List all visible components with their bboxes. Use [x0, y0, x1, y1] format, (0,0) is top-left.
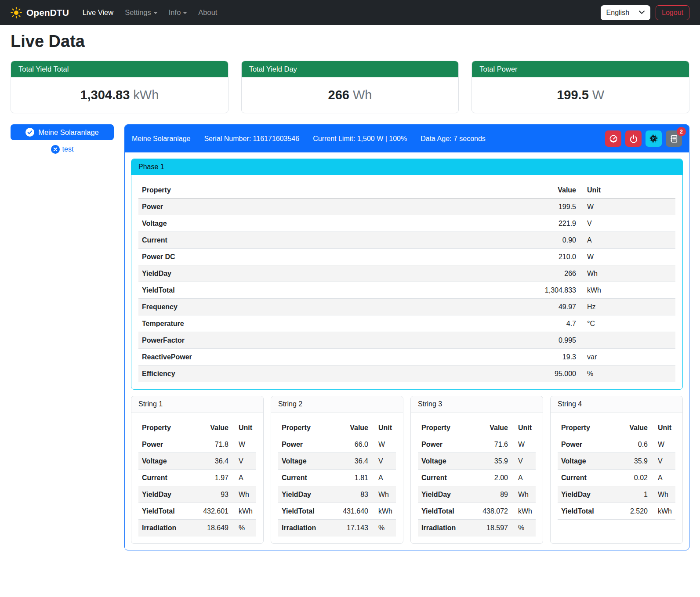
device-info-button[interactable]	[646, 130, 662, 147]
event-log-button[interactable]: 2	[666, 130, 682, 147]
property-cell: Frequency	[138, 299, 527, 315]
table-row: YieldDay89Wh	[418, 486, 536, 503]
unit-cell: W	[372, 436, 396, 453]
value-cell: 1.81	[330, 470, 372, 486]
inverter-panel: Meine Solaranlage Serial Number: 1161716…	[124, 124, 689, 550]
property-cell: PowerFactor	[138, 332, 527, 349]
string-card-title: String 2	[271, 396, 403, 412]
value-cell: 266	[527, 265, 580, 282]
unit-cell: A	[232, 470, 256, 486]
string-card-title: String 1	[131, 396, 263, 412]
table-row: Irradiation18.649%	[138, 520, 256, 536]
unit-cell: °C	[580, 315, 675, 332]
property-cell: Voltage	[558, 453, 615, 470]
property-cell: Power	[278, 436, 330, 453]
table-row: YieldDay266Wh	[138, 265, 675, 282]
value-cell: 1	[615, 486, 651, 503]
table-row: Current2.00A	[418, 470, 536, 486]
sidebar-item-test[interactable]: test	[51, 145, 74, 154]
speedometer-icon	[609, 134, 618, 143]
unit-cell: Wh	[580, 265, 675, 282]
table-row: Voltage36.4V	[138, 453, 256, 470]
unit-cell: kWh	[372, 503, 396, 520]
table-row: Power199.5W	[138, 199, 675, 215]
nav-item-about[interactable]: About	[192, 5, 223, 20]
value-cell: 93	[191, 486, 232, 503]
value-cell: 95.000	[527, 365, 580, 382]
navbar: OpenDTU Live View Settings Info About En…	[0, 0, 700, 25]
property-cell: YieldDay	[138, 486, 191, 503]
language-selected-value: English	[606, 9, 629, 17]
inverter-panel-body: Phase 1 Property Value Unit	[125, 152, 689, 550]
sidebar-item-meine-solaranlage[interactable]: Meine Solaranlage	[11, 124, 114, 140]
unit-cell: W	[580, 199, 675, 215]
page-title: Live Data	[11, 32, 689, 51]
value-cell: 432.601	[191, 503, 232, 520]
table-row: Irradiation18.597%	[418, 520, 536, 536]
value-cell: 66.0	[330, 436, 372, 453]
value-cell: 71.6	[470, 436, 511, 453]
property-cell: YieldTotal	[278, 503, 330, 520]
summary-unit: W	[592, 88, 604, 102]
string-card-2: String 2 Property Value Unit	[271, 396, 403, 544]
property-cell: YieldTotal	[138, 282, 527, 299]
unit-cell: A	[580, 232, 675, 249]
table-row: Voltage35.9V	[558, 453, 675, 470]
brand[interactable]: OpenDTU	[11, 7, 69, 18]
unit-cell: Wh	[372, 486, 396, 503]
table-row: Power71.8W	[138, 436, 256, 453]
property-cell: Power	[138, 199, 527, 215]
limit-settings-button[interactable]	[605, 130, 621, 147]
inverter-panel-header: Meine Solaranlage Serial Number: 1161716…	[125, 125, 689, 152]
summary-card-title: Total Yield Day	[242, 61, 459, 77]
sidebar-item-label: Meine Solaranlage	[38, 128, 99, 137]
unit-cell: kWh	[511, 503, 536, 520]
value-cell: 0.02	[615, 470, 651, 486]
table-row: Current1.81A	[278, 470, 396, 486]
unit-cell: W	[511, 436, 536, 453]
unit-cell: Hz	[580, 299, 675, 315]
value-cell: 71.8	[191, 436, 232, 453]
table-row: YieldTotal1,304.833kWh	[138, 282, 675, 299]
unit-cell: V	[511, 453, 536, 470]
column-header-unit: Unit	[372, 420, 396, 436]
value-cell: 19.3	[527, 349, 580, 365]
nav-item-live-view[interactable]: Live View	[77, 5, 119, 20]
table-row: Current1.97A	[138, 470, 256, 486]
chevron-down-icon	[639, 11, 645, 14]
logout-button[interactable]: Logout	[656, 5, 689, 20]
language-select[interactable]: English	[601, 5, 650, 20]
column-header-unit: Unit	[511, 420, 536, 436]
nav-item-info[interactable]: Info	[163, 5, 193, 20]
property-cell: YieldDay	[138, 265, 527, 282]
column-header-property: Property	[138, 420, 191, 436]
phase-card: Phase 1 Property Value Unit	[131, 159, 683, 390]
string-card-title: String 3	[411, 396, 543, 412]
chevron-down-icon	[183, 12, 187, 14]
power-icon	[629, 134, 638, 143]
column-header-unit: Unit	[651, 420, 675, 436]
table-row: Current0.90A	[138, 232, 675, 249]
string-card-4: String 4 Property Value Unit	[550, 396, 683, 544]
unit-cell: Wh	[232, 486, 256, 503]
value-cell: 0.90	[527, 232, 580, 249]
inverter-data-age: Data Age: 7 seconds	[421, 135, 486, 143]
unit-cell: A	[372, 470, 396, 486]
cpu-icon	[649, 134, 658, 143]
power-button[interactable]	[625, 130, 642, 147]
column-header-property: Property	[138, 182, 527, 199]
string-card-3: String 3 Property Value Unit	[410, 396, 543, 544]
nav-item-settings[interactable]: Settings	[119, 5, 163, 20]
table-row: Current0.02A	[558, 470, 675, 486]
value-cell: 438.072	[470, 503, 511, 520]
unit-cell: %	[511, 520, 536, 536]
inverter-limit: Current Limit: 1,500 W | 100%	[313, 135, 407, 143]
table-row: YieldTotal432.601kWh	[138, 503, 256, 520]
property-cell: Irradiation	[278, 520, 330, 536]
inverter-sidebar: Meine Solaranlage test	[11, 124, 114, 154]
inverter-name: Meine Solaranlage	[132, 135, 190, 143]
column-header-unit: Unit	[580, 182, 675, 199]
event-count-badge: 2	[677, 127, 686, 136]
table-row: YieldDay93Wh	[138, 486, 256, 503]
unit-cell: V	[232, 453, 256, 470]
